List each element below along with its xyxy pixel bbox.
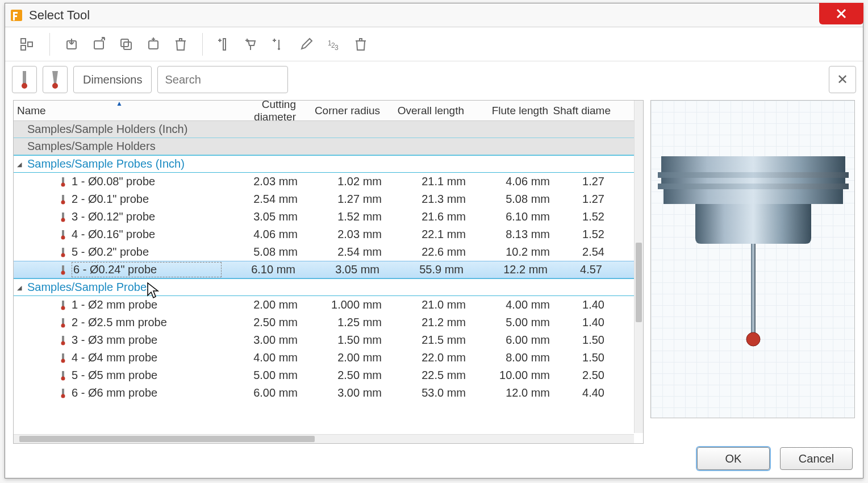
- select-tool-dialog: Select Tool 123: [5, 3, 863, 478]
- close-button[interactable]: [819, 3, 863, 24]
- group-row[interactable]: Samples/Sample Probes: [14, 278, 643, 296]
- svg-rect-35: [62, 353, 64, 359]
- new-library-icon[interactable]: [140, 31, 167, 58]
- horizontal-scrollbar[interactable]: [14, 434, 634, 443]
- probe-icon: [58, 212, 68, 222]
- row-cor: 1.27 mm: [308, 193, 392, 206]
- filter-bar: Dimensions ✕: [5, 61, 863, 98]
- group-row[interactable]: Samples/Sample Holders (Inch): [14, 121, 643, 138]
- table-row[interactable]: 6 - Ø0.24" probe6.10 mm3.05 mm55.9 mm12.…: [14, 261, 643, 278]
- filter-straight-icon[interactable]: [12, 66, 37, 93]
- group-row[interactable]: Samples/Sample Probes (Inch): [14, 155, 643, 173]
- svg-rect-7: [124, 42, 131, 49]
- row-sha: 1.27: [560, 193, 615, 206]
- svg-rect-31: [62, 318, 64, 324]
- svg-rect-3: [28, 42, 32, 47]
- svg-point-32: [61, 323, 65, 327]
- row-sha: 2.50: [560, 369, 615, 382]
- row-ovl: 21.1 mm: [392, 175, 476, 188]
- svg-rect-41: [661, 156, 845, 172]
- svg-point-28: [61, 270, 65, 274]
- window-title: Select Tool: [29, 8, 90, 23]
- row-sha: 4.40: [560, 386, 615, 399]
- row-cor: 3.00 mm: [308, 386, 392, 399]
- row-sha: 2.54: [560, 245, 615, 259]
- search-input[interactable]: [157, 66, 288, 93]
- row-cor: 2.54 mm: [308, 245, 392, 259]
- copy-icon[interactable]: [112, 31, 140, 58]
- table-row[interactable]: 5 - Ø0.2" probe5.08 mm2.54 mm22.6 mm10.2…: [14, 243, 643, 261]
- svg-point-36: [61, 359, 65, 363]
- row-cor: 2.03 mm: [308, 228, 392, 241]
- row-flu: 4.06 mm: [476, 175, 560, 188]
- group-row[interactable]: Samples/Sample Holders: [14, 138, 643, 155]
- row-flu: 6.00 mm: [476, 334, 560, 347]
- probe-icon: [58, 230, 68, 240]
- cancel-button[interactable]: Cancel: [780, 447, 853, 470]
- filter-taper-icon[interactable]: [43, 66, 68, 93]
- row-flu: 10.2 mm: [476, 245, 560, 259]
- svg-point-40: [61, 394, 65, 398]
- table-row[interactable]: 6 - Ø6 mm probe6.00 mm3.00 mm53.0 mm12.0…: [14, 384, 643, 402]
- table-row[interactable]: 5 - Ø5 mm probe5.00 mm2.50 mm22.5 mm10.0…: [14, 367, 643, 384]
- edit-icon[interactable]: [293, 31, 320, 58]
- row-cor: 1.000 mm: [308, 298, 392, 311]
- col-name[interactable]: Name: [14, 101, 215, 120]
- titlebar: Select Tool: [5, 3, 863, 27]
- col-overall-length[interactable]: Overall length: [383, 101, 468, 120]
- table-row[interactable]: 1 - Ø0.08" probe2.03 mm1.02 mm21.1 mm4.0…: [14, 173, 643, 190]
- delete-tool-icon[interactable]: [347, 31, 374, 58]
- library-icon[interactable]: [14, 31, 41, 58]
- ok-button[interactable]: OK: [697, 447, 770, 470]
- table-row[interactable]: 2 - Ø0.1" probe2.54 mm1.27 mm21.3 mm5.08…: [14, 190, 643, 208]
- row-cut: 4.00 mm: [224, 351, 308, 364]
- row-name: 4 - Ø0.16" probe: [72, 228, 224, 241]
- row-cor: 1.02 mm: [308, 175, 392, 188]
- row-cut: 4.06 mm: [224, 228, 308, 241]
- svg-rect-6: [121, 39, 128, 47]
- table-row[interactable]: 3 - Ø3 mm probe3.00 mm1.50 mm21.5 mm6.00…: [14, 331, 643, 349]
- row-cut: 5.00 mm: [224, 369, 308, 382]
- row-name: 2 - Ø0.1" probe: [72, 193, 224, 206]
- new-probe-icon[interactable]: [265, 31, 293, 58]
- table-row[interactable]: 4 - Ø0.16" probe4.06 mm2.03 mm22.1 mm8.1…: [14, 226, 643, 243]
- col-flute-length[interactable]: Flute length: [468, 101, 552, 120]
- row-ovl: 22.0 mm: [392, 351, 476, 364]
- row-name: 5 - Ø0.2" probe: [72, 245, 224, 259]
- vertical-scrollbar[interactable]: [634, 101, 643, 433]
- col-cutting-diameter[interactable]: Cutting diameter: [215, 101, 299, 120]
- col-shaft-diameter[interactable]: Shaft diame: [552, 101, 614, 120]
- col-corner-radius[interactable]: Corner radius: [299, 101, 383, 120]
- table-row[interactable]: 4 - Ø4 mm probe4.00 mm2.00 mm22.0 mm8.00…: [14, 349, 643, 367]
- renumber-icon[interactable]: 123: [320, 31, 347, 58]
- row-name: 6 - Ø6 mm probe: [72, 386, 224, 399]
- probe-icon: [58, 353, 68, 363]
- dimensions-button[interactable]: Dimensions: [73, 66, 152, 93]
- new-tool-icon[interactable]: [211, 31, 238, 58]
- import-icon[interactable]: [58, 31, 85, 58]
- svg-rect-45: [663, 189, 843, 204]
- svg-rect-33: [62, 336, 64, 342]
- table-row[interactable]: 1 - Ø2 mm probe2.00 mm1.000 mm21.0 mm4.0…: [14, 296, 643, 314]
- svg-point-22: [61, 218, 65, 222]
- table-row[interactable]: 2 - Ø2.5 mm probe2.50 mm1.25 mm21.2 mm5.…: [14, 314, 643, 331]
- svg-rect-14: [23, 71, 26, 84]
- svg-rect-23: [62, 230, 64, 236]
- delete-library-icon[interactable]: [167, 31, 194, 58]
- new-holder-icon[interactable]: [238, 31, 265, 58]
- row-ovl: 22.1 mm: [392, 228, 476, 241]
- probe-icon: [58, 318, 68, 328]
- clear-filter-button[interactable]: ✕: [829, 66, 856, 93]
- table-row[interactable]: 3 - Ø0.12" probe3.05 mm1.52 mm21.6 mm6.1…: [14, 208, 643, 226]
- export-icon[interactable]: [85, 31, 112, 58]
- svg-point-47: [746, 332, 760, 346]
- row-cut: 2.03 mm: [224, 175, 308, 188]
- probe-icon: [58, 388, 68, 398]
- probe-icon: [58, 194, 68, 205]
- row-name: 4 - Ø4 mm probe: [72, 351, 224, 364]
- svg-point-26: [61, 253, 65, 257]
- row-cor: 1.52 mm: [308, 210, 392, 223]
- svg-rect-29: [62, 301, 64, 306]
- row-flu: 12.0 mm: [476, 386, 560, 399]
- row-cor: 1.25 mm: [308, 316, 392, 329]
